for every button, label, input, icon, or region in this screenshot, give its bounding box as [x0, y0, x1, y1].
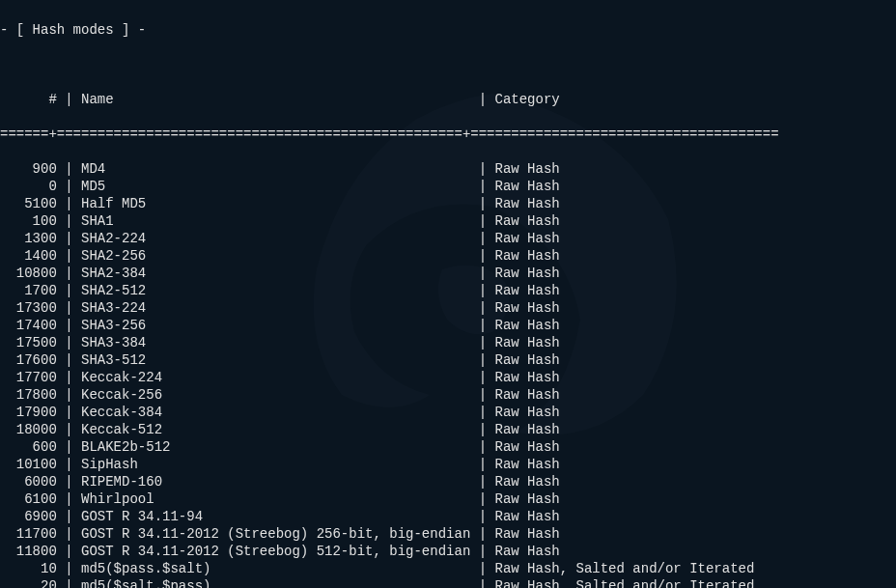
hash-category: Raw Hash	[495, 178, 560, 195]
hash-name: Keccak-512	[81, 421, 470, 438]
hash-category: Raw Hash	[495, 543, 560, 560]
hash-category: Raw Hash	[495, 299, 560, 317]
hash-category: Raw Hash	[495, 473, 560, 490]
table-row: 17800 | Keccak-256 | Raw Hash	[0, 386, 896, 404]
hash-id: 0	[0, 178, 57, 195]
hash-id: 6900	[0, 508, 57, 525]
table-row: 17600 | SHA3-512 | Raw Hash	[0, 351, 896, 369]
hash-id: 17600	[0, 351, 57, 369]
hash-id: 1300	[0, 230, 57, 247]
hash-category: Raw Hash	[495, 230, 560, 247]
hash-name: SHA2-384	[81, 265, 470, 282]
table-row: 0 | MD5 | Raw Hash	[0, 178, 896, 195]
hash-category: Raw Hash	[495, 386, 560, 404]
terminal-output: - [ Hash modes ] - # | Name | Category =…	[0, 4, 896, 588]
hash-name: GOST R 34.11-2012 (Streebog) 256-bit, bi…	[81, 525, 470, 543]
hash-category: Raw Hash	[495, 212, 560, 230]
hash-name: BLAKE2b-512	[81, 438, 470, 456]
table-row: 17700 | Keccak-224 | Raw Hash	[0, 369, 896, 386]
hash-category: Raw Hash	[495, 369, 560, 386]
hash-category: Raw Hash	[495, 265, 560, 282]
hash-name: Whirlpool	[81, 490, 470, 508]
hash-id: 11800	[0, 543, 57, 560]
hash-name: Keccak-384	[81, 404, 470, 421]
table-row: 17900 | Keccak-384 | Raw Hash	[0, 404, 896, 421]
hash-name: RIPEMD-160	[81, 473, 470, 490]
hash-id: 20	[0, 577, 57, 588]
hash-category: Raw Hash	[495, 508, 560, 525]
table-body: 900 | MD4 | Raw Hash0 | MD5 | Raw Hash51…	[0, 160, 896, 588]
hash-id: 17300	[0, 299, 57, 317]
table-row: 11700 | GOST R 34.11-2012 (Streebog) 256…	[0, 525, 896, 543]
hash-id: 17900	[0, 404, 57, 421]
hash-category: Raw Hash	[495, 421, 560, 438]
col-header-category: Category	[495, 91, 560, 108]
hash-name: SHA3-224	[81, 299, 470, 317]
hash-category: Raw Hash	[495, 404, 560, 421]
section-title: - [ Hash modes ] -	[0, 21, 896, 39]
hash-name: SipHash	[81, 456, 470, 473]
table-header: # | Name | Category	[0, 91, 896, 108]
hash-id: 1700	[0, 282, 57, 299]
hash-id: 17500	[0, 334, 57, 351]
hash-name: Keccak-256	[81, 386, 470, 404]
hash-name: SHA2-512	[81, 282, 470, 299]
table-row: 10 | md5($pass.$salt) | Raw Hash, Salted…	[0, 560, 896, 577]
hash-category: Raw Hash, Salted and/or Iterated	[495, 560, 755, 577]
hash-category: Raw Hash	[495, 456, 560, 473]
hash-id: 10800	[0, 265, 57, 282]
table-row: 900 | MD4 | Raw Hash	[0, 160, 896, 178]
hash-id: 18000	[0, 421, 57, 438]
col-header-id: #	[0, 91, 57, 108]
hash-id: 900	[0, 160, 57, 178]
hash-name: SHA3-384	[81, 334, 470, 351]
table-row: 600 | BLAKE2b-512 | Raw Hash	[0, 438, 896, 456]
hash-id: 10	[0, 560, 57, 577]
hash-name: SHA3-512	[81, 351, 470, 369]
hash-category: Raw Hash	[495, 438, 560, 456]
hash-id: 5100	[0, 195, 57, 212]
table-row: 11800 | GOST R 34.11-2012 (Streebog) 512…	[0, 543, 896, 560]
hash-name: md5($salt.$pass)	[81, 577, 470, 588]
hash-name: SHA3-256	[81, 317, 470, 334]
hash-id: 600	[0, 438, 57, 456]
hash-name: GOST R 34.11-2012 (Streebog) 512-bit, bi…	[81, 543, 470, 560]
hash-category: Raw Hash	[495, 317, 560, 334]
hash-id: 100	[0, 212, 57, 230]
table-row: 6900 | GOST R 34.11-94 | Raw Hash	[0, 508, 896, 525]
hash-id: 6100	[0, 490, 57, 508]
table-row: 18000 | Keccak-512 | Raw Hash	[0, 421, 896, 438]
hash-category: Raw Hash	[495, 160, 560, 178]
hash-id: 11700	[0, 525, 57, 543]
hash-name: MD5	[81, 178, 470, 195]
hash-id: 10100	[0, 456, 57, 473]
hash-category: Raw Hash	[495, 334, 560, 351]
hash-category: Raw Hash	[495, 525, 560, 543]
table-row: 1400 | SHA2-256 | Raw Hash	[0, 247, 896, 265]
col-header-name: Name	[81, 91, 470, 108]
table-row: 17500 | SHA3-384 | Raw Hash	[0, 334, 896, 351]
hash-id: 1400	[0, 247, 57, 265]
hash-name: Keccak-224	[81, 369, 470, 386]
hash-category: Raw Hash, Salted and/or Iterated	[495, 577, 755, 588]
table-row: 1300 | SHA2-224 | Raw Hash	[0, 230, 896, 247]
table-row: 5100 | Half MD5 | Raw Hash	[0, 195, 896, 212]
hash-id: 17800	[0, 386, 57, 404]
hash-name: SHA2-224	[81, 230, 470, 247]
table-row: 100 | SHA1 | Raw Hash	[0, 212, 896, 230]
hash-name: SHA2-256	[81, 247, 470, 265]
table-row: 1700 | SHA2-512 | Raw Hash	[0, 282, 896, 299]
table-row: 17300 | SHA3-224 | Raw Hash	[0, 299, 896, 317]
hash-id: 17400	[0, 317, 57, 334]
table-row: 17400 | SHA3-256 | Raw Hash	[0, 317, 896, 334]
table-separator: ======+=================================…	[0, 126, 896, 143]
hash-name: GOST R 34.11-94	[81, 508, 470, 525]
hash-name: md5($pass.$salt)	[81, 560, 470, 577]
hash-category: Raw Hash	[495, 490, 560, 508]
hash-id: 17700	[0, 369, 57, 386]
table-row: 10800 | SHA2-384 | Raw Hash	[0, 265, 896, 282]
hash-category: Raw Hash	[495, 247, 560, 265]
table-row: 6000 | RIPEMD-160 | Raw Hash	[0, 473, 896, 490]
hash-category: Raw Hash	[495, 195, 560, 212]
table-row: 10100 | SipHash | Raw Hash	[0, 456, 896, 473]
